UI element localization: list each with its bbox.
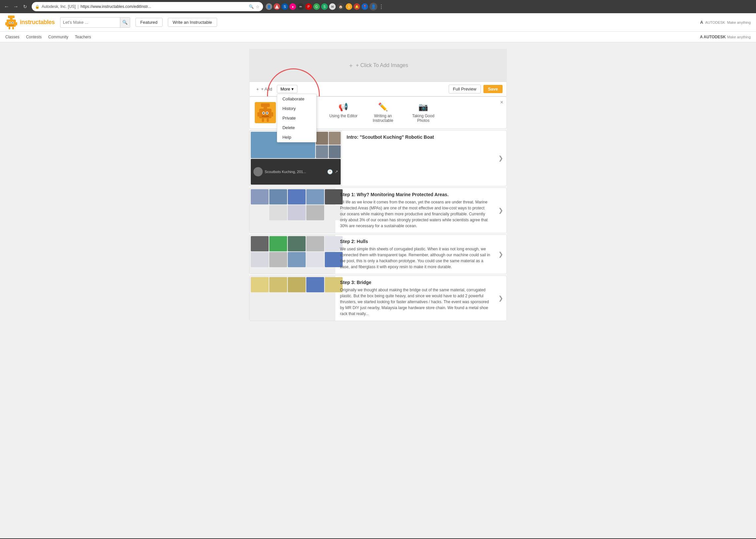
autodesk-logo: A AUTODESK Make anything [700,20,751,25]
video-share-icon: ↗ [335,169,338,174]
svg-rect-24 [267,118,269,122]
profile-icon-skype2[interactable]: S [321,3,328,10]
step3-img-2 [269,277,287,292]
step2-section[interactable]: Step 2: Hulls We used simple thin sheets… [249,235,507,274]
profile-icon-home[interactable]: 🏠 [337,3,344,10]
megaphone-icon: 📢 [338,102,348,112]
intro-img-sm-3 [316,145,328,158]
dropdown-collaborate[interactable]: Collaborate [277,94,316,104]
intro-img-sm-1 [316,132,328,145]
step-good-photos[interactable]: 📷 Taking Good Photos [408,102,438,123]
search-bar[interactable]: 🔍 [60,17,130,28]
page-body: ＋ + Click To Add Images ＋ + Add More ▾ C… [0,42,756,538]
more-dropdown-container: More ▾ Collaborate History Private Delet… [277,85,298,93]
forward-button[interactable]: → [12,3,20,11]
profile-icon-red2[interactable]: 🔔 [354,3,360,10]
step2-text: We used simple thin sheets of corrugated… [340,246,490,270]
video-avatar-icon [253,167,263,176]
profile-icon-1[interactable]: 👤 [266,3,272,10]
step3-img-3 [288,277,306,292]
plus-icon: ＋ [348,61,354,69]
reload-button[interactable]: ↻ [21,3,29,11]
step2-title: Step 2: Hulls [340,239,490,244]
dropdown-history[interactable]: History [277,104,316,113]
step3-arrow-icon[interactable]: ❯ [495,276,507,321]
intro-arrow-icon[interactable]: ❯ [495,130,507,186]
step-using-editor[interactable]: 📢 Using the Editor [329,102,358,123]
url-text: https://www.instructables.com/editInstr.… [81,4,247,9]
step3-img-1 [251,277,269,292]
close-panel-button[interactable]: × [500,100,503,105]
panel-steps: 📢 Using the Editor ✏️ Writing an Instruc… [329,102,438,123]
svg-rect-1 [8,16,15,18]
write-instructable-button[interactable]: Write an Instructable [168,18,217,27]
step1-images [249,188,335,233]
bookmark-star-icon: ☆ [256,4,260,9]
autodesk-tagline: Make anything [727,21,751,25]
editor-toolbar: ＋ + Add More ▾ Collaborate History Priva… [249,82,507,97]
step3-content: Step 3: Bridge Originally we thought abo… [335,276,495,321]
profile-icon-pencil[interactable]: ✏ [297,3,304,10]
subnav-classes[interactable]: Classes [5,35,20,39]
pencil-icon: ✏️ [378,102,388,112]
profile-icon-orange-badge[interactable]: 1 [346,3,352,10]
step2-arrow-icon[interactable]: ❯ [495,235,507,274]
profile-icon-flickr[interactable]: ● [290,3,296,10]
more-button[interactable]: More ▾ [277,85,298,93]
profile-icon-google[interactable]: G [313,3,320,10]
autodesk-footer-logo: A AUTODESK Make anything [700,35,751,39]
intro-video-thumb: Scoutbots Kuching, 201... 🕐 ↗ [251,159,341,185]
step1-section[interactable]: Step 1: Why? Monitoring Marine Protected… [249,188,507,233]
autodesk-tagline-small: Make anything [727,35,751,39]
subnav-contests[interactable]: Contests [26,35,42,39]
step3-text: Originally we thought about making the b… [340,287,490,317]
step2-img-7 [269,252,287,267]
featured-button[interactable]: Featured [135,18,163,27]
address-search-icon: 🔍 [249,4,254,9]
svg-rect-13 [261,103,270,107]
step2-img-9 [306,252,324,267]
company-label: Autodesk, Inc. [US] [42,4,76,9]
step1-arrow-icon[interactable]: ❯ [495,188,507,233]
svg-rect-14 [264,107,267,109]
profile-icon-mail[interactable]: ✉ [329,3,336,10]
robot-avatar [255,102,276,123]
svg-rect-2 [10,18,13,20]
editor-container: ＋ + Click To Add Images ＋ + Add More ▾ C… [249,49,507,321]
lock-icon: 🔒 [35,5,40,9]
address-bar[interactable]: 🔒 Autodesk, Inc. [US] | https://www.inst… [32,2,263,11]
dropdown-help[interactable]: Help [277,132,316,142]
back-button[interactable]: ← [3,3,11,11]
image-upload-area[interactable]: ＋ + Click To Add Images [249,49,507,82]
profile-icon-pinterest[interactable]: P [305,3,312,10]
svg-rect-8 [9,25,14,26]
subnav-community[interactable]: Community [48,35,68,39]
step3-section[interactable]: Step 3: Bridge Originally we thought abo… [249,275,507,321]
instructables-robot-logo [5,16,17,30]
search-button[interactable]: 🔍 [120,17,130,28]
profile-icon-2[interactable] [274,3,280,10]
save-button[interactable]: Save [483,85,503,93]
step1-img-7 [269,205,287,220]
svg-rect-10 [16,22,17,26]
step1-img-6 [251,205,269,220]
profile-icon-skype[interactable]: S [282,3,288,10]
dropdown-delete[interactable]: Delete [277,123,316,132]
add-button[interactable]: ＋ + Add [253,85,274,94]
full-preview-button[interactable]: Full Preview [449,85,481,94]
user-avatar-icon[interactable]: 👤 [370,3,378,11]
more-options-icon[interactable]: ⋮ [378,4,384,10]
step1-img-4 [306,189,324,204]
step1-content: Step 1: Why? Monitoring Marine Protected… [335,188,495,233]
step-writing-instructable[interactable]: ✏️ Writing an Instructable [368,102,398,123]
dropdown-private[interactable]: Private [277,113,316,123]
step1-img-2 [269,189,287,204]
step1-img-8 [288,205,306,220]
profile-icon-location[interactable]: 📍 [362,3,368,10]
intro-content: Intro: "Scoutbot Kuching" Robotic Boat [342,130,495,186]
browser-chrome: ← → ↻ 🔒 Autodesk, Inc. [US] | https://ww… [0,0,756,13]
search-input[interactable] [60,20,120,25]
site-logo[interactable]: instructables [5,16,55,30]
step2-images [249,235,335,274]
subnav-teachers[interactable]: Teachers [75,35,91,39]
